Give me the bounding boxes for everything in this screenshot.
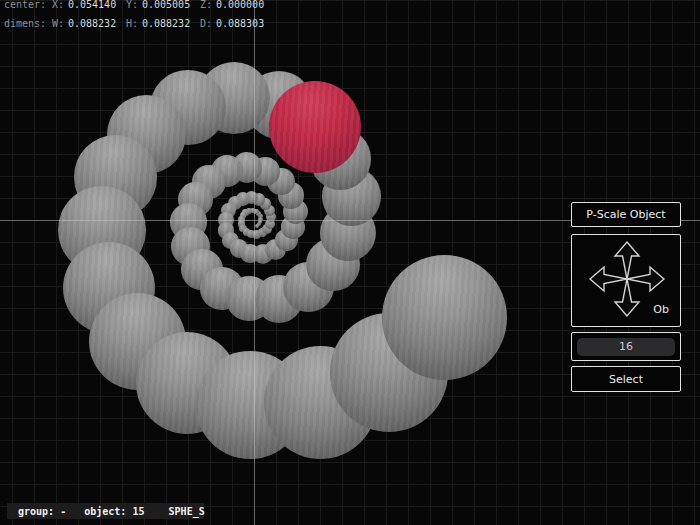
select-button[interactable]: Select <box>571 366 681 392</box>
d-key: D: <box>200 14 216 33</box>
h-key: H: <box>126 14 142 33</box>
dimens-label: dimens: <box>4 14 52 33</box>
y-key: Y: <box>126 0 142 14</box>
w-value: 0.088232 <box>68 14 126 33</box>
selection-status-bar: group: - object: 15 SPHE_S <box>7 503 204 519</box>
d-value: 0.088303 <box>216 14 274 33</box>
selected-sphere-object[interactable] <box>269 81 361 173</box>
tool-panel: P-Scale Object Ob 16 Select <box>571 202 681 392</box>
value-input[interactable]: 16 <box>577 338 675 356</box>
crosshair-vertical-line <box>254 0 255 525</box>
x-key: X: <box>52 0 68 14</box>
dimens-readout-row: dimens:W:0.088232H:0.088232D:0.088303 <box>4 14 274 33</box>
center-readout-row: center:X:0.054140Y:0.005005Z:0.000000 <box>4 0 274 14</box>
p-scale-object-label: P-Scale Object <box>586 208 665 221</box>
sphere-object[interactable] <box>382 255 507 380</box>
w-key: W: <box>52 14 68 33</box>
center-label: center: <box>4 0 52 14</box>
object-label: object: <box>84 506 126 517</box>
group-label: group: <box>18 506 54 517</box>
modeler-window: center:X:0.054140Y:0.005005Z:0.000000 di… <box>0 0 700 525</box>
z-key: Z: <box>200 0 216 14</box>
y-value: 0.005005 <box>142 0 200 14</box>
object-name: SPHE_S <box>169 506 205 517</box>
p-scale-object-button[interactable]: P-Scale Object <box>571 202 681 227</box>
object-value: 15 <box>132 506 144 517</box>
ob-mode-label: Ob <box>653 303 669 316</box>
x-value: 0.054140 <box>68 0 126 14</box>
status-readout: center:X:0.054140Y:0.005005Z:0.000000 di… <box>4 0 274 33</box>
move-arrow-pad[interactable]: Ob <box>571 234 681 327</box>
z-value: 0.000000 <box>216 0 274 14</box>
select-button-label: Select <box>609 373 643 386</box>
h-value: 0.088232 <box>142 14 200 33</box>
value-box: 16 <box>571 332 681 361</box>
